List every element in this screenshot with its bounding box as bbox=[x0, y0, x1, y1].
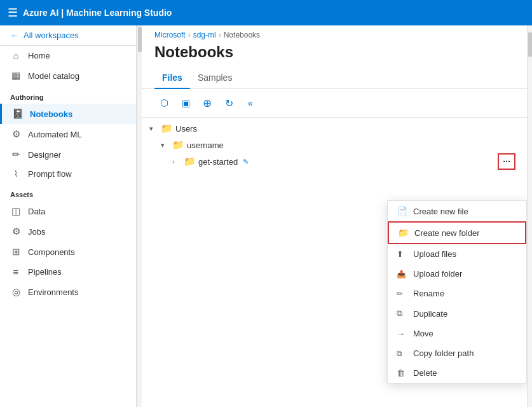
environments-icon: ◎ bbox=[10, 286, 22, 298]
app-title: Azure AI | Machine Learning Studio bbox=[23, 8, 172, 18]
authoring-section-header: Authoring bbox=[0, 86, 136, 104]
sidebar-data-label: Data bbox=[28, 207, 45, 216]
context-menu: 📄 Create new file 📁 Create new folder ⬆ … bbox=[387, 200, 527, 383]
copy-folder-path-label: Copy folder path bbox=[413, 348, 474, 358]
sidebar-automated-ml-label: Automated ML bbox=[28, 130, 82, 139]
sidebar-model-catalog-label: Model catalog bbox=[28, 71, 79, 81]
collapse-icon: « bbox=[248, 98, 253, 108]
assets-section-header: Assets bbox=[0, 183, 136, 201]
users-chevron: ▾ bbox=[149, 125, 158, 133]
menu-item-duplicate[interactable]: ⧉ Duplicate bbox=[388, 303, 526, 324]
sidebar-item-prompt-flow[interactable]: ⌇ Prompt flow bbox=[0, 165, 136, 183]
sidebar-jobs-label: Jobs bbox=[28, 227, 45, 237]
username-chevron: ▾ bbox=[161, 141, 170, 149]
terminal-button[interactable]: ▣ bbox=[176, 94, 195, 112]
copy-folder-path-icon: ⧉ bbox=[397, 349, 407, 358]
sidebar-home-label: Home bbox=[28, 51, 50, 60]
components-icon: ⊞ bbox=[10, 246, 22, 258]
jobs-icon: ⚙ bbox=[10, 226, 22, 237]
edit-icon: ✎ bbox=[243, 158, 249, 166]
duplicate-icon: ⧉ bbox=[397, 308, 407, 319]
add-icon: ⊕ bbox=[203, 97, 212, 110]
sidebar-item-automated-ml[interactable]: ⚙ Automated ML bbox=[0, 124, 136, 144]
create-file-icon: 📄 bbox=[397, 206, 407, 216]
upload-folder-icon: 📤 bbox=[397, 270, 407, 279]
tree-item-users[interactable]: ▾ 📁 Users bbox=[142, 120, 527, 137]
rename-icon: ✏ bbox=[397, 289, 407, 298]
delete-icon: 🗑 bbox=[397, 368, 407, 378]
automated-ml-icon: ⚙ bbox=[10, 128, 22, 140]
three-dots-icon: ··· bbox=[503, 156, 510, 167]
sidebar-item-notebooks[interactable]: 📓 Notebooks bbox=[0, 104, 136, 124]
breadcrumb-sep-1: › bbox=[188, 31, 191, 39]
menu-item-upload-files[interactable]: ⬆ Upload files bbox=[388, 244, 526, 264]
menu-item-delete[interactable]: 🗑 Delete bbox=[388, 363, 526, 383]
sidebar-item-designer[interactable]: ✏ Designer bbox=[0, 144, 136, 165]
users-label: Users bbox=[175, 124, 197, 134]
sidebar-notebooks-label: Notebooks bbox=[30, 109, 72, 119]
vscode-icon: ⬡ bbox=[160, 97, 168, 109]
sidebar-item-model-catalog[interactable]: ▦ Model catalog bbox=[0, 66, 136, 86]
sidebar-scrollbar[interactable] bbox=[137, 25, 142, 407]
sidebar-designer-label: Designer bbox=[28, 150, 61, 160]
sidebar-item-jobs[interactable]: ⚙ Jobs bbox=[0, 221, 136, 242]
rename-label: Rename bbox=[413, 289, 444, 298]
create-new-folder-label: Create new folder bbox=[414, 228, 480, 238]
menu-item-move[interactable]: → Move bbox=[388, 324, 526, 343]
duplicate-label: Duplicate bbox=[413, 309, 447, 319]
breadcrumb: Microsoft › sdg-ml › Notebooks bbox=[142, 25, 527, 39]
tree-item-username[interactable]: ▾ 📁 username bbox=[142, 137, 527, 153]
sidebar-pipelines-label: Pipelines bbox=[28, 267, 62, 277]
breadcrumb-microsoft[interactable]: Microsoft bbox=[154, 31, 186, 39]
vscode-button[interactable]: ⬡ bbox=[154, 94, 174, 112]
hamburger-icon[interactable]: ☰ bbox=[8, 6, 18, 20]
pipelines-icon: ≡ bbox=[10, 266, 22, 277]
home-icon: ⌂ bbox=[10, 50, 22, 61]
data-icon: ◫ bbox=[10, 205, 22, 217]
sidebar-item-home[interactable]: ⌂ Home bbox=[0, 46, 136, 66]
breadcrumb-sdg-ml[interactable]: sdg-ml bbox=[193, 31, 216, 39]
sidebar-components-label: Components bbox=[28, 247, 75, 257]
sidebar-item-environments[interactable]: ◎ Environments bbox=[0, 282, 136, 302]
get-started-label: get-started bbox=[198, 157, 238, 167]
sidebar-item-components[interactable]: ⊞ Components bbox=[0, 242, 136, 262]
prompt-flow-icon: ⌇ bbox=[10, 169, 22, 179]
context-menu-trigger[interactable]: ··· bbox=[498, 153, 515, 170]
back-icon: ← bbox=[10, 31, 18, 40]
refresh-icon: ↻ bbox=[225, 97, 233, 109]
menu-item-create-new-file[interactable]: 📄 Create new file bbox=[388, 201, 526, 221]
get-started-chevron: › bbox=[172, 158, 181, 165]
breadcrumb-notebooks: Notebooks bbox=[224, 31, 260, 39]
menu-item-copy-folder-path[interactable]: ⧉ Copy folder path bbox=[388, 343, 526, 363]
upload-folder-label: Upload folder bbox=[413, 269, 462, 279]
sidebar-item-pipelines[interactable]: ≡ Pipelines bbox=[0, 262, 136, 282]
terminal-icon: ▣ bbox=[182, 98, 190, 108]
upload-files-label: Upload files bbox=[413, 249, 456, 259]
move-icon: → bbox=[397, 329, 407, 338]
page-title: Notebooks bbox=[142, 39, 527, 67]
menu-item-create-new-folder[interactable]: 📁 Create new folder bbox=[388, 221, 526, 244]
toolbar: ⬡ ▣ ⊕ ↻ « bbox=[142, 89, 527, 118]
model-catalog-icon: ▦ bbox=[10, 70, 22, 81]
menu-item-rename[interactable]: ✏ Rename bbox=[388, 284, 526, 303]
create-folder-icon: 📁 bbox=[398, 228, 408, 238]
sidebar: ← All workspaces ⌂ Home ▦ Model catalog … bbox=[0, 25, 137, 407]
all-workspaces-label: All workspaces bbox=[24, 31, 79, 40]
all-workspaces-link[interactable]: ← All workspaces bbox=[0, 25, 136, 46]
menu-item-upload-folder[interactable]: 📤 Upload folder bbox=[388, 264, 526, 284]
delete-label: Delete bbox=[413, 368, 437, 378]
add-button[interactable]: ⊕ bbox=[198, 94, 217, 112]
tabs-bar: Files Samples bbox=[142, 67, 527, 89]
content-scrollbar[interactable] bbox=[527, 25, 532, 407]
tab-samples[interactable]: Samples bbox=[190, 67, 240, 89]
sidebar-prompt-flow-label: Prompt flow bbox=[28, 169, 72, 179]
refresh-button[interactable]: ↻ bbox=[219, 94, 238, 112]
collapse-button[interactable]: « bbox=[241, 94, 260, 112]
tab-files[interactable]: Files bbox=[154, 67, 190, 89]
sidebar-item-data[interactable]: ◫ Data bbox=[0, 201, 136, 221]
main-layout: ← All workspaces ⌂ Home ▦ Model catalog … bbox=[0, 25, 532, 407]
tree-item-get-started[interactable]: › 📁 get-started ✎ ··· bbox=[142, 153, 527, 170]
username-label: username bbox=[187, 141, 224, 150]
users-folder-icon: 📁 bbox=[161, 123, 173, 134]
notebooks-icon: 📓 bbox=[12, 108, 24, 120]
